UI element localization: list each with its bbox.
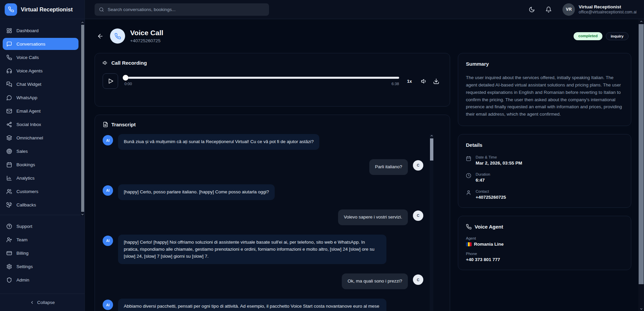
sidebar-item-social-inbox[interactable]: Social Inbox	[3, 118, 78, 130]
sidebar-item-email-agent[interactable]: Email Agent	[3, 105, 78, 117]
settings-icon	[6, 264, 12, 269]
download-icon	[433, 78, 439, 84]
detail-row-date-time: Date & TimeMar 2, 2026, 03:55 PM	[466, 155, 623, 166]
message-bubble: Bună ziua și vă mulțumim că ați sunat la…	[118, 134, 319, 150]
user-menu[interactable]: VR Virtual Receptionist office@virtualre…	[562, 3, 637, 16]
sidebar-item-label: Conversations	[16, 42, 45, 47]
scroll-up-icon[interactable]	[81, 20, 84, 24]
sidebar-item-analytics[interactable]: Analytics	[3, 172, 78, 184]
transcript-message-customer: Parli italiano?C	[103, 159, 423, 175]
play-icon	[107, 78, 114, 84]
scroll-up-icon[interactable]	[430, 134, 433, 137]
transcript-title-row: Transcript	[103, 122, 442, 127]
scroll-down-icon[interactable]	[81, 212, 84, 216]
voice-agent-value: Romania Line	[466, 242, 623, 247]
conversations-icon	[6, 41, 12, 47]
sidebar-item-whatsapp[interactable]: WhatsApp	[3, 91, 78, 104]
status-badge-inquiry: inquiry	[606, 32, 629, 40]
user-meta: Virtual Receptionist office@virtualrecep…	[579, 4, 637, 15]
sidebar-item-dashboard[interactable]: Dashboard	[3, 24, 78, 37]
transcript-messages[interactable]: AIBună ziua și vă mulțumim că ați sunat …	[103, 134, 442, 311]
sidebar-item-bookings[interactable]: Bookings	[3, 159, 78, 171]
seek-slider[interactable]	[124, 77, 399, 79]
sidebar-item-billing[interactable]: Billing	[3, 247, 78, 259]
user-name: Virtual Receptionist	[579, 4, 637, 10]
scroll-down-icon[interactable]	[640, 307, 643, 311]
sidebar-item-callbacks[interactable]: Callbacks	[3, 199, 78, 211]
detail-row-contact: Contact+40725260725	[466, 189, 623, 200]
sidebar-item-label: Voice Agents	[16, 68, 43, 73]
message-bubble: Volevo sapere i vostri servizi.	[338, 209, 408, 225]
user-email: office@virtualreceptionist.com.ai	[579, 10, 637, 14]
sidebar-item-admin[interactable]: Admin	[3, 274, 78, 286]
theme-toggle-button[interactable]	[526, 4, 537, 15]
search-placeholder: Search conversations, bookings...	[108, 7, 176, 12]
transcript-message-customer: Volevo sapere i vostri servizi.C	[103, 209, 423, 225]
contact-icon	[466, 190, 471, 200]
sidebar-item-customers[interactable]: Customers	[3, 185, 78, 197]
collapse-sidebar-button[interactable]: Collapse	[0, 294, 85, 311]
page-title: Voice Call	[130, 29, 163, 37]
transcript-scrollbar[interactable]	[430, 134, 433, 311]
ai-avatar: AI	[103, 135, 113, 145]
transcript-scrollbar-thumb[interactable]	[430, 138, 433, 161]
admin-icon	[6, 277, 12, 283]
sidebar-item-label: Social Inbox	[16, 122, 41, 127]
status-badge-completed: completed	[574, 32, 602, 40]
volume-button[interactable]	[418, 75, 430, 87]
avatar: VR	[562, 3, 575, 16]
sidebar-scrollbar-thumb[interactable]	[81, 25, 84, 212]
download-button[interactable]	[430, 75, 442, 87]
sidebar-item-omnichannel[interactable]: Omnichannel	[3, 132, 78, 144]
sidebar-item-chat-widget[interactable]: Chat Widget	[3, 78, 78, 90]
sidebar-item-label: Team	[16, 237, 28, 242]
clock-icon	[466, 173, 471, 183]
app-brand[interactable]: Virtual Receptionist	[0, 0, 85, 19]
app-title: Virtual Receptionist	[21, 6, 73, 13]
volume-icon	[421, 78, 427, 84]
bell-icon	[545, 6, 552, 13]
page-scrollbar[interactable]	[638, 19, 644, 311]
search-input[interactable]: Search conversations, bookings...	[95, 3, 269, 16]
seek-slider-knob[interactable]	[123, 75, 128, 80]
sidebar-item-label: Chat Widget	[16, 82, 41, 87]
detail-value: +40725260725	[476, 195, 506, 200]
message-bubble: [happy] Certo, posso parlare italiano. […	[118, 184, 275, 200]
collapse-label: Collapse	[37, 300, 55, 305]
back-button[interactable]	[95, 30, 106, 42]
sidebar-item-voice-calls[interactable]: Voice Calls	[3, 51, 78, 63]
sidebar-item-sales[interactable]: Sales	[3, 145, 78, 157]
sidebar-item-voice-agents[interactable]: Voice Agents	[3, 65, 78, 77]
message-bubble: Abbiamo diversi pacchetti, pensati per o…	[118, 299, 386, 311]
sidebar-scrollbar[interactable]	[81, 20, 84, 216]
sidebar-item-conversations[interactable]: Conversations	[3, 38, 78, 50]
social-inbox-icon	[6, 122, 12, 127]
sidebar-item-team[interactable]: Team	[3, 234, 78, 246]
voice-agent-label: Agent	[466, 236, 623, 240]
scroll-up-icon[interactable]	[640, 19, 643, 23]
voice-agent-title-row: Voice Agent	[466, 224, 623, 230]
detail-value: Mar 2, 2026, 03:55 PM	[476, 161, 522, 166]
sidebar-item-settings[interactable]: Settings	[3, 260, 78, 272]
message-bubble: [happy] Certo! [happy] Noi offriamo solu…	[118, 235, 386, 264]
sidebar-item-label: Billing	[16, 251, 29, 256]
page-header: Voice Call +40725260725 completedinquiry	[95, 28, 641, 44]
customer-avatar: C	[413, 210, 423, 221]
right-column: Summary The user inquired about the serv…	[458, 53, 631, 311]
header: Search conversations, bookings... VR Vir…	[85, 0, 644, 19]
detail-label: Contact	[476, 189, 506, 193]
voice-agent-row-agent: AgentRomania Line	[466, 236, 623, 247]
page-scrollbar-thumb[interactable]	[639, 24, 644, 284]
app-logo-phone-icon	[5, 3, 17, 16]
transcript-message-ai: AIBună ziua și vă mulțumim că ați sunat …	[103, 134, 423, 150]
play-button[interactable]	[103, 73, 118, 89]
call-recording-title-row: Call Recording	[103, 60, 442, 66]
sidebar-item-support[interactable]: Support	[3, 220, 78, 232]
ai-avatar: AI	[103, 300, 113, 310]
message-bubble: Ok, ma quali sono i prezzi?	[342, 273, 408, 289]
playback-speed-button[interactable]: 1x	[407, 79, 412, 84]
sidebar-nav: DashboardConversationsVoice CallsVoice A…	[0, 19, 85, 213]
status-badges: completedinquiry	[574, 32, 629, 40]
notifications-button[interactable]	[543, 4, 554, 15]
detail-text: Duration6:47	[476, 172, 490, 183]
